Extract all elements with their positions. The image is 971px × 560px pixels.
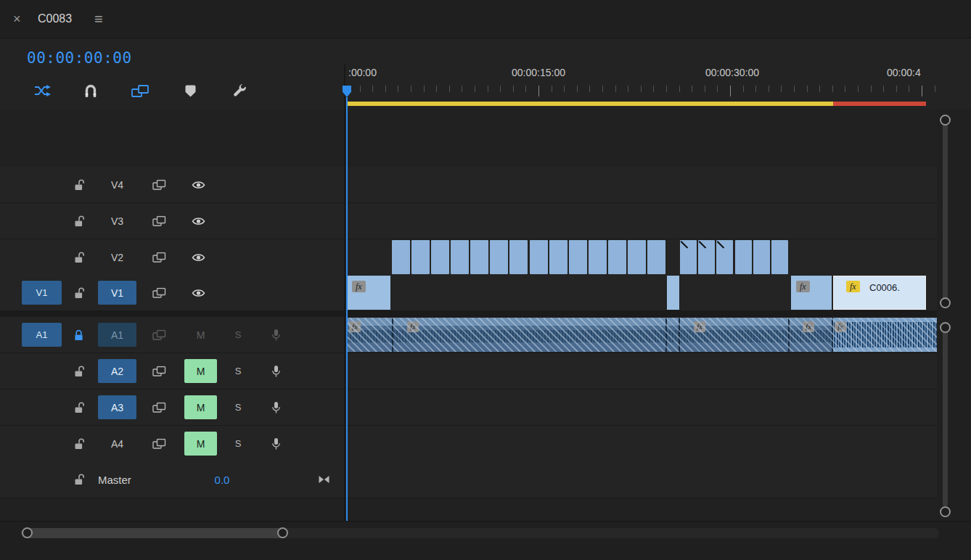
panel-menu-icon[interactable]: ≡ — [94, 0, 103, 38]
lock-icon-v2[interactable] — [74, 251, 86, 263]
video-clip-v1[interactable]: fx — [791, 276, 832, 310]
track-name-a1[interactable]: A1 — [98, 323, 136, 347]
panel-close-icon[interactable]: × — [13, 0, 21, 38]
video-clip-v2[interactable] — [680, 240, 697, 274]
mic-icon-a1[interactable] — [271, 329, 281, 342]
eye-icon-v4[interactable] — [192, 180, 205, 189]
video-clip-v1[interactable]: fx — [347, 276, 390, 310]
sync-lock-icon-a2[interactable] — [152, 366, 166, 376]
eye-icon-v2[interactable] — [192, 252, 205, 262]
v-zoom-handle-video-top[interactable] — [940, 115, 951, 125]
mute-button-a1[interactable]: M — [184, 323, 217, 347]
video-clip-v2[interactable] — [647, 240, 665, 274]
video-clip-v2[interactable] — [628, 240, 646, 274]
track-name-a2[interactable]: A2 — [98, 359, 136, 383]
video-clip-v2[interactable] — [698, 240, 715, 274]
lock-icon-a4[interactable] — [74, 437, 86, 450]
ruler-label: 00:00:15:00 — [512, 67, 565, 78]
lock-icon-v1[interactable] — [74, 287, 86, 299]
audio-clip-a1[interactable]: fxfxfxfxfx — [347, 318, 937, 352]
sync-lock-icon-v2[interactable] — [152, 252, 166, 263]
video-clip-v2[interactable] — [392, 240, 410, 274]
track-header-v1: V1V1 — [0, 275, 345, 310]
track-name-v4[interactable]: V4 — [98, 173, 136, 197]
track-name-v2[interactable]: V2 — [98, 245, 136, 269]
master-gain-value[interactable]: 0.0 — [205, 461, 239, 498]
track-name-a4[interactable]: A4 — [98, 432, 136, 456]
v-zoom-handle-audio-bottom[interactable] — [940, 506, 951, 517]
video-clip-v2[interactable] — [771, 240, 788, 274]
video-clip-v2[interactable] — [608, 240, 626, 274]
vertical-scrollbar-video[interactable] — [943, 120, 948, 302]
v-zoom-handle-audio-top[interactable] — [940, 322, 951, 333]
h-zoom-handle-right[interactable] — [277, 527, 288, 538]
video-clip-v1[interactable] — [667, 276, 679, 310]
track-row-a3: A3MS — [0, 390, 971, 426]
video-clip-v2[interactable] — [589, 240, 607, 274]
playhead-line[interactable] — [346, 97, 348, 521]
video-clip-v1[interactable]: fxC0006. — [833, 276, 926, 310]
video-clip-v2[interactable] — [431, 240, 449, 274]
insert-overwrite-nest-icon[interactable] — [32, 80, 54, 102]
time-ruler[interactable]: :00:0000:00:15:0000:00:30:0000:00:4 — [345, 64, 971, 109]
solo-button-a2[interactable]: S — [229, 359, 247, 383]
solo-button-a1[interactable]: S — [229, 323, 247, 347]
video-clip-v2[interactable] — [549, 240, 568, 274]
track-header-a3: A3MS — [0, 390, 345, 425]
video-clip-v2[interactable] — [569, 240, 587, 274]
h-zoom-handle-left[interactable] — [22, 527, 33, 538]
sync-lock-icon-v4[interactable] — [152, 179, 166, 190]
video-clip-v2[interactable] — [509, 240, 528, 274]
height-toggle-icon[interactable] — [318, 475, 330, 485]
video-clip-v2[interactable] — [451, 240, 469, 274]
video-clip-v2[interactable] — [716, 240, 733, 274]
mute-button-a4[interactable]: M — [184, 432, 217, 456]
source-patch-v1[interactable]: V1 — [22, 281, 62, 305]
sync-lock-icon-a1[interactable] — [152, 329, 166, 340]
solo-button-a4[interactable]: S — [229, 432, 247, 456]
track-header-a2: A2MS — [0, 353, 345, 389]
sync-lock-icon-a3[interactable] — [152, 402, 166, 413]
solo-button-a3[interactable]: S — [229, 395, 247, 419]
timeline-settings-wrench-icon[interactable] — [229, 80, 250, 102]
lock-icon-a3[interactable] — [74, 401, 86, 413]
clip-corner-mark — [699, 241, 707, 249]
track-name-v3[interactable]: V3 — [98, 209, 136, 233]
video-clip-v2[interactable] — [490, 240, 508, 274]
source-patch-a1[interactable]: A1 — [22, 323, 62, 347]
lock-icon-a1[interactable] — [74, 329, 83, 341]
mute-button-a2[interactable]: M — [184, 359, 217, 383]
tab-title[interactable]: C0083 — [38, 0, 72, 38]
lock-icon-v4[interactable] — [74, 178, 86, 191]
track-lane-a3 — [345, 390, 971, 425]
video-clip-v2[interactable] — [530, 240, 548, 274]
video-clip-v2[interactable] — [411, 240, 430, 274]
ruler-label: 00:00:4 — [887, 67, 921, 78]
mic-icon-a4[interactable] — [271, 437, 281, 450]
sync-lock-icon-v1[interactable] — [152, 287, 166, 298]
lock-icon-master[interactable] — [74, 474, 86, 486]
track-name-a3[interactable]: A3 — [98, 395, 136, 419]
mic-icon-a3[interactable] — [271, 401, 281, 414]
video-clip-v2[interactable] — [735, 240, 752, 274]
snap-magnet-icon[interactable] — [80, 80, 102, 102]
mute-button-a3[interactable]: M — [184, 395, 217, 419]
eye-icon-v3[interactable] — [192, 216, 205, 226]
horizontal-scrollbar-thumb[interactable] — [22, 528, 287, 538]
mic-icon-a2[interactable] — [271, 365, 281, 378]
add-marker-icon[interactable] — [179, 80, 201, 102]
lock-icon-v3[interactable] — [74, 215, 86, 227]
eye-icon-v1[interactable] — [192, 288, 205, 297]
v-zoom-handle-video-bottom[interactable] — [940, 297, 951, 308]
sync-lock-icon-v3[interactable] — [152, 215, 166, 226]
video-clip-v2[interactable] — [470, 240, 488, 274]
linked-selection-icon[interactable] — [129, 80, 151, 102]
lock-icon-a2[interactable] — [74, 365, 86, 377]
track-name-v1[interactable]: V1 — [98, 281, 136, 305]
audio-clip-boundary — [679, 318, 680, 352]
video-clip-v2[interactable] — [753, 240, 770, 274]
vertical-scrollbar-audio[interactable] — [943, 328, 948, 506]
fx-badge: fx — [835, 321, 846, 332]
timecode-display[interactable]: 00:00:00:00 — [27, 49, 132, 67]
sync-lock-icon-a4[interactable] — [152, 438, 166, 449]
